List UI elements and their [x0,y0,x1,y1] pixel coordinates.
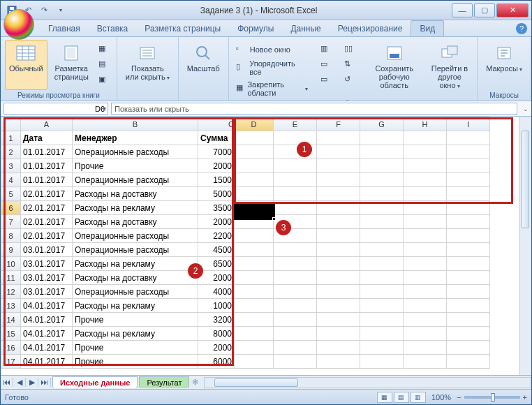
col-header-B[interactable]: B [73,117,198,131]
split-button[interactable]: ▥ [318,43,334,57]
col-header-A[interactable]: A [21,117,73,131]
cell-C15[interactable]: 8000 [198,327,235,341]
freeze-panes-button[interactable]: ▦Закрепить области [233,79,311,98]
sheet-last-icon[interactable]: ⏭ [38,378,51,387]
col-header-H[interactable]: H [404,117,447,131]
cell-A17[interactable]: 04.01.2017 [21,355,73,369]
zoom-thumb[interactable] [491,393,495,402]
page-break-preview-button[interactable]: ▦ [96,43,112,57]
cell-B9[interactable]: Операционные расходы [73,243,198,257]
tab-pagelayout[interactable]: Разметка страницы [136,21,229,36]
new-sheet-icon[interactable]: ✻ [192,378,198,387]
macros-button[interactable]: Макросы [482,40,526,90]
row-header-9[interactable]: 9 [1,243,21,257]
cell-C13[interactable]: 1000 [198,299,235,313]
row-header-8[interactable]: 8 [1,229,21,243]
cell-A6[interactable]: 02.01.2017 [21,201,73,215]
zoom-in-icon[interactable]: + [523,393,527,402]
formula-expand-icon[interactable]: ⌄ [520,101,531,116]
cell-D10[interactable] [235,257,274,271]
cell-D16[interactable] [235,341,274,355]
cell-C17[interactable]: 6000 [198,355,235,369]
cell-B7[interactable]: Расходы на доставку [73,215,198,229]
name-box[interactable]: D6 ▾ [3,103,108,115]
cell-D17[interactable] [235,355,274,369]
normal-view-button[interactable]: Обычный [5,40,47,90]
zoom-level[interactable]: 100% [431,393,451,402]
cell-D2[interactable] [235,145,274,159]
cell-B4[interactable]: Операционные расходы [73,173,198,187]
cell-A4[interactable]: 01.01.2017 [21,173,73,187]
page-layout-button[interactable]: Разметка страницы [50,40,93,90]
col-header-F[interactable]: F [317,117,360,131]
cell-A5[interactable]: 02.01.2017 [21,187,73,201]
formula-input[interactable]: Показать или скрыть [111,103,517,115]
row-header-6[interactable]: 6 [1,201,21,215]
cell-C1[interactable]: Сумма [198,131,235,145]
cell-A13[interactable]: 04.01.2017 [21,299,73,313]
cell-B14[interactable]: Прочие [73,313,198,327]
cell-C16[interactable]: 2000 [198,341,235,355]
new-window-button[interactable]: ▫Новое окно [233,43,311,57]
col-header-E[interactable]: E [274,117,317,131]
cell-A2[interactable]: 01.01.2017 [21,145,73,159]
cell-D13[interactable] [235,299,274,313]
tab-view[interactable]: Вид [411,20,444,36]
row-header-10[interactable]: 10 [1,257,21,271]
cell-D11[interactable] [235,271,274,285]
row-header-12[interactable]: 12 [1,285,21,299]
fullscreen-button[interactable]: ▣ [96,73,112,87]
sheet-tab-1[interactable]: Исходные данные [52,376,138,388]
cell-D15[interactable] [235,327,274,341]
col-header-D[interactable]: D [235,117,274,131]
help-icon[interactable]: ? [516,23,527,34]
cell-B13[interactable]: Расходы на рекламу [73,299,198,313]
cell-B11[interactable]: Расходы на доставку [73,271,198,285]
show-hide-button[interactable]: Показать или скрыть [121,40,174,90]
cell-B17[interactable]: Прочие [73,355,198,369]
unhide-button[interactable]: ▭ [318,73,334,87]
qat-customize-icon[interactable] [53,3,67,17]
cell-A1[interactable]: Дата [21,131,73,145]
cell-B16[interactable]: Прочие [73,341,198,355]
cell-B6[interactable]: Расходы на рекламу [73,201,198,215]
cell-D14[interactable] [235,313,274,327]
tab-formulas[interactable]: Формулы [229,21,282,36]
row-header-15[interactable]: 15 [1,327,21,341]
hscroll-thumb[interactable] [214,378,298,387]
sheet-first-icon[interactable]: ⏮ [1,378,13,387]
cell-B1[interactable]: Менеджер [73,131,198,145]
cell-A12[interactable]: 03.01.2017 [21,285,73,299]
sync-scroll-button[interactable]: ⇅ [341,58,358,72]
tab-insert[interactable]: Вставка [89,21,137,36]
minimize-button[interactable]: — [452,3,473,17]
name-box-dropdown-icon[interactable]: ▾ [103,105,106,112]
cell-C7[interactable]: 2000 [198,215,235,229]
cell-D5[interactable] [235,187,274,201]
col-header-C[interactable]: C [198,117,235,131]
horizontal-scrollbar[interactable] [204,377,531,388]
row-header-4[interactable]: 4 [1,173,21,187]
cell-B10[interactable]: Расходы на рекламу [73,257,198,271]
cell-B2[interactable]: Операционные расходы [73,145,198,159]
cell-A10[interactable]: 03.01.2017 [21,257,73,271]
col-header-I[interactable]: I [447,117,490,131]
save-workspace-button[interactable]: Сохранить рабочую область [365,40,424,93]
switch-windows-button[interactable]: Перейти в другое окно [427,40,473,93]
custom-views-button[interactable]: ▤ [96,58,112,72]
view-pagebreak-icon[interactable]: ▥ [411,392,426,403]
cell-A3[interactable]: 01.01.2017 [21,159,73,173]
view-normal-icon[interactable]: ▦ [377,392,392,403]
col-header-G[interactable]: G [360,117,404,131]
vscroll-thumb[interactable] [522,131,529,228]
cell-B15[interactable]: Расходы на рекламу [73,327,198,341]
cell-B8[interactable]: Операционные расходы [73,229,198,243]
row-header-7[interactable]: 7 [1,215,21,229]
close-button[interactable]: ✕ [496,3,529,17]
redo-icon[interactable]: ↷ [37,3,51,17]
row-header-1[interactable]: 1 [1,131,21,145]
cell-D4[interactable] [235,173,274,187]
cell-D9[interactable] [235,243,274,257]
cell-C12[interactable]: 4000 [198,285,235,299]
cell-B3[interactable]: Прочие [73,159,198,173]
